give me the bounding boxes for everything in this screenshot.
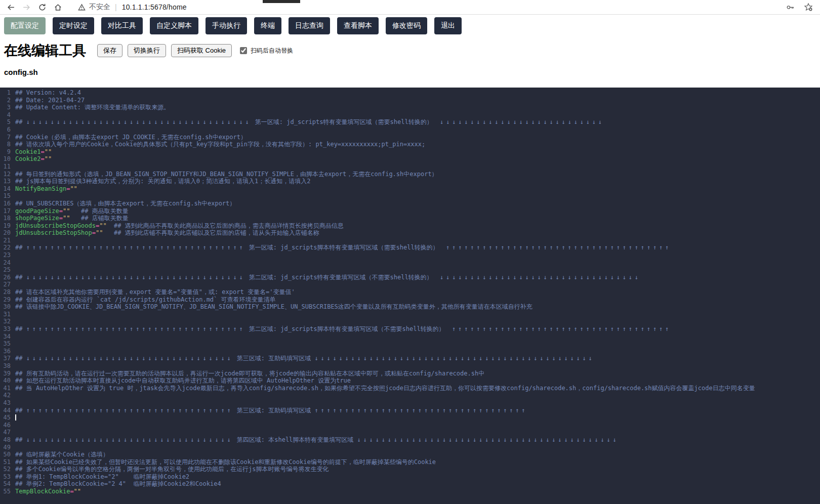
line-number: 41: [0, 385, 15, 392]
line-number: 11: [0, 163, 15, 171]
save-button[interactable]: 保存: [97, 44, 122, 57]
code-line: 16## UN_SUBSCRIBES（选填，由脚本去export，无需在conf…: [0, 200, 820, 207]
nav-button-config[interactable]: 配置设定: [4, 17, 46, 34]
nav-button-terminal[interactable]: 终端: [254, 17, 281, 34]
line-content: ## 请依次填入每个用户的Cookie，Cookie的具体形式（只有pt_key…: [15, 141, 425, 148]
code-line: 4: [0, 111, 820, 119]
line-number: 6: [0, 126, 15, 134]
code-line: 37## ↓↓↓↓↓↓↓↓↓↓↓↓↓↓↓↓↓↓↓↓↓↓↓↓↓↓↓↓↓↓↓↓↓↓ …: [0, 355, 820, 362]
code-line: 34: [0, 333, 820, 341]
editor-toolbar: 在线编辑工具 保存 切换换行 扫码获取 Cookie 扫码后自动替换: [4, 41, 820, 60]
code-line: 25: [0, 266, 820, 274]
code-line: 51## 如果某些Cookie已经失效了，但暂时还没法更新，可以使用此功能在不删…: [0, 458, 820, 466]
security-label: 不安全: [89, 3, 110, 12]
code-line: 45: [0, 414, 820, 422]
line-content: ## 多个Cookie编号以半角的空格分隔，两侧一对半角双引号，使用此功能后，在…: [15, 466, 329, 473]
password-key-icon[interactable]: [785, 2, 796, 13]
line-content: TempBlockCookie="": [15, 488, 81, 495]
code-line: 32: [0, 318, 820, 325]
line-number: 48: [0, 436, 15, 444]
line-content: Cookie2="": [15, 155, 52, 163]
line-content: jdUnsubscribeStopShop="" ## 遇到此店铺不再取关此店铺…: [15, 229, 319, 237]
line-content: ## 如想在运行互助活动脚本时直接从jcode中自动获取互助码并进行互助，请将第…: [15, 377, 351, 385]
code-line: 30## 该链接中除JD_COOKIE、JD_BEAN_SIGN_STOP_NO…: [0, 303, 820, 311]
code-line: 47: [0, 429, 820, 436]
line-number: 55: [0, 488, 15, 495]
auto-replace-checkbox[interactable]: [240, 47, 247, 54]
code-line: 50## 临时屏蔽某个Cookie（选填）: [0, 451, 820, 458]
line-number: 42: [0, 392, 15, 399]
code-line: 24: [0, 259, 820, 267]
home-icon[interactable]: [52, 2, 63, 13]
line-content: ## 创建容器后在容器内运行 `cat /jd/scripts/githubAc…: [15, 296, 276, 304]
text-cursor: [15, 414, 16, 421]
line-content: ## Version: v4.2.4: [15, 89, 81, 97]
browser-toolbar: 不安全 | 10.1.1.1:5678/home: [0, 0, 820, 15]
line-number: 23: [0, 251, 15, 259]
line-number: 30: [0, 303, 15, 311]
address-bar[interactable]: 不安全 | 10.1.1.1:5678/home: [77, 2, 187, 13]
line-content: ## 如果某些Cookie已经失效了，但暂时还没法更新，可以使用此功能在不删除该…: [15, 458, 436, 466]
code-line: 39## 所有互助码活动，请在运行过一次需要互助的活动脚本以后，再运行一次jco…: [0, 370, 820, 377]
main-nav: 配置设定定时设定对比工具自定义脚本手动执行终端日志查询查看脚本修改密码退出: [0, 15, 820, 34]
code-line: 11: [0, 163, 820, 171]
code-line: 20jdUnsubscribeStopShop="" ## 遇到此店铺不再取关此…: [0, 229, 820, 237]
nav-button-custom-script[interactable]: 自定义脚本: [150, 17, 198, 34]
nav-button-view-script[interactable]: 查看脚本: [337, 17, 379, 34]
line-number: 5: [0, 118, 15, 126]
nav-button-log-query[interactable]: 日志查询: [289, 17, 330, 34]
line-content: NotifyBeanSign="": [15, 185, 77, 193]
refresh-icon[interactable]: [36, 2, 48, 13]
nav-button-schedule[interactable]: 定时设定: [53, 17, 94, 34]
nav-button-manual-run[interactable]: 手动执行: [206, 17, 247, 34]
code-line: 10Cookie2="": [0, 155, 820, 163]
code-editor-lines: 1## Version: v4.2.42## Date: 2021-04-273…: [0, 89, 820, 495]
back-icon[interactable]: [5, 2, 16, 13]
line-content: ## ↓↓↓↓↓↓↓↓↓↓↓↓↓↓↓↓↓↓↓↓↓↓↓↓↓↓↓↓↓↓↓↓↓↓ 第四…: [15, 436, 619, 444]
line-content: ## Date: 2021-04-27: [15, 97, 85, 104]
code-line: 28## 请在本区域补充其他你需要用到变量，export 变量名="变量值"，或…: [0, 288, 820, 296]
line-content: ## 举例1: TempBlockCookie="2" 临时屏蔽掉Cookie2: [15, 473, 189, 481]
line-content: ## js脚本每日签到提供3种通知方式，分别为: 关闭通知，请填入0；简洁通知，…: [15, 178, 310, 185]
forward-icon[interactable]: [21, 2, 32, 13]
favorite-star-icon[interactable]: [803, 2, 814, 13]
nav-button-logout[interactable]: 退出: [434, 17, 462, 34]
line-content: goodPageSize="" ## 商品取关数量: [15, 207, 129, 215]
line-number: 33: [0, 325, 15, 333]
address-separator: |: [115, 3, 117, 11]
code-line: 48## ↓↓↓↓↓↓↓↓↓↓↓↓↓↓↓↓↓↓↓↓↓↓↓↓↓↓↓↓↓↓↓↓↓↓ …: [0, 436, 820, 444]
line-number: 21: [0, 237, 15, 244]
code-line: 22## ↑↑↑↑↑↑↑↑↑↑↑↑↑↑↑↑↑↑↑↑↑↑↑↑↑↑↑↑↑↑↑↑↑↑↑…: [0, 244, 820, 251]
line-number: 15: [0, 192, 15, 200]
line-number: 40: [0, 377, 15, 385]
line-number: 7: [0, 134, 15, 141]
line-number: 17: [0, 207, 15, 215]
line-number: 19: [0, 222, 15, 230]
line-number: 38: [0, 362, 15, 370]
nav-button-compare-tool[interactable]: 对比工具: [101, 17, 143, 34]
code-line: 3## Update Content: 调整环境变量清单的获取来源。: [0, 104, 820, 111]
toggle-wrap-button[interactable]: 切换换行: [128, 44, 166, 57]
code-line: 6: [0, 126, 820, 134]
browser-tab[interactable]: [263, 0, 300, 3]
code-line: 27: [0, 281, 820, 288]
nav-button-change-password[interactable]: 修改密码: [386, 17, 427, 34]
line-content: ## UN_SUBSCRIBES（选填，由脚本去export，无需在config…: [15, 200, 235, 207]
line-number: 39: [0, 370, 15, 377]
line-number: 18: [0, 215, 15, 222]
code-line: 49: [0, 444, 820, 451]
line-number: 1: [0, 89, 15, 97]
line-number: 45: [0, 414, 15, 422]
code-line: 42: [0, 392, 820, 399]
line-number: 10: [0, 155, 15, 163]
line-content: ## 当 AutoHelpOther 设置为 true 时，jtask会先导入j…: [15, 385, 755, 392]
code-line: 41## 当 AutoHelpOther 设置为 true 时，jtask会先导…: [0, 385, 820, 392]
auto-replace-label: 扫码后自动替换: [251, 47, 293, 55]
code-line: 53## 举例1: TempBlockCookie="2" 临时屏蔽掉Cooki…: [0, 473, 820, 481]
scan-cookie-button[interactable]: 扫码获取 Cookie: [171, 44, 232, 57]
line-number: 54: [0, 480, 15, 488]
line-content: ## 所有互助码活动，请在运行过一次需要互助的活动脚本以后，再运行一次jcode…: [15, 370, 484, 377]
code-editor[interactable]: 1## Version: v4.2.42## Date: 2021-04-273…: [0, 88, 820, 504]
line-number: 25: [0, 266, 15, 274]
line-number: 46: [0, 422, 15, 429]
